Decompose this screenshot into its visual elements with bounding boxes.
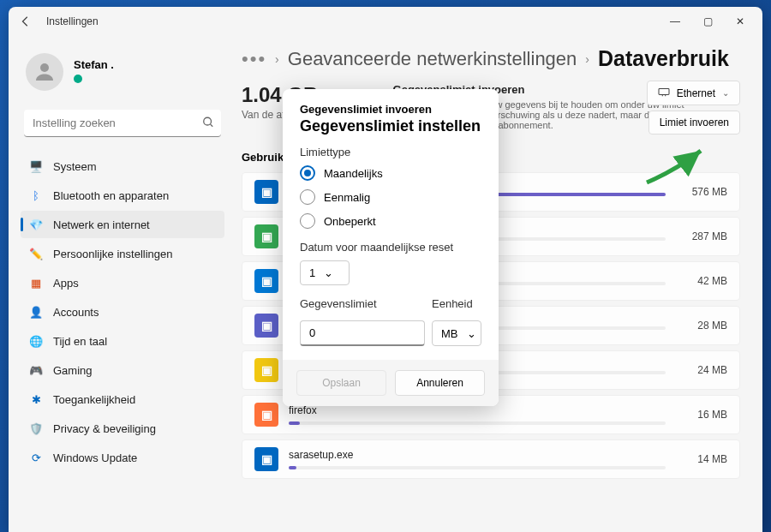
enter-limit-button[interactable]: Limiet invoeren	[648, 111, 740, 134]
close-button[interactable]: ✕	[732, 15, 749, 27]
chevron-down-icon: ⌄	[722, 88, 729, 98]
breadcrumb: ••• › Geavanceerde netwerkinstellingen ›…	[242, 46, 740, 71]
account-block[interactable]: Stefan .	[21, 45, 224, 105]
limit-type-option[interactable]: Maandelijks	[300, 165, 481, 181]
svg-point-0	[40, 63, 49, 72]
chevron-right-icon: ›	[275, 52, 279, 66]
nav-label: Apps	[53, 277, 79, 290]
breadcrumb-prev[interactable]: Geavanceerde netwerkinstellingen	[288, 48, 577, 70]
save-button[interactable]: Opslaan	[296, 370, 386, 396]
sidebar-item[interactable]: 🎮Gaming	[21, 356, 224, 384]
unit-select[interactable]: MB ⌄	[432, 320, 481, 346]
app-size: 287 MB	[676, 230, 727, 242]
radio-label: Eenmalig	[324, 191, 370, 204]
nav-label: Bluetooth en apparaten	[53, 189, 169, 202]
app-icon: ▣	[254, 269, 278, 293]
reset-date-value: 1	[309, 266, 315, 279]
titlebar: Instellingen — ▢ ✕	[9, 7, 762, 36]
app-size: 24 MB	[676, 364, 727, 376]
app-icon: ▣	[254, 314, 278, 338]
search-icon	[202, 117, 214, 131]
app-icon: ▣	[254, 224, 278, 248]
limit-type-option[interactable]: Eenmalig	[300, 189, 481, 205]
nav-icon: 🛡️	[29, 421, 43, 435]
nav-icon: ✱	[29, 392, 43, 406]
sidebar: Stefan . 🖥️SysteemᛒBluetooth en apparate…	[9, 36, 231, 532]
app-row[interactable]: ▣ sarasetup.exe 14 MB	[242, 439, 740, 479]
window-title: Instellingen	[46, 15, 99, 27]
chevron-down-icon: ⌄	[467, 327, 476, 340]
limit-type-option[interactable]: Onbeperkt	[300, 213, 481, 229]
svg-point-1	[204, 117, 212, 125]
nav-icon: ▦	[29, 276, 43, 290]
data-limit-field-label: Gegevenslimiet	[300, 297, 425, 310]
limit-type-radios: MaandelijksEenmaligOnbeperkt	[300, 165, 481, 229]
search-box[interactable]	[24, 110, 221, 137]
nav-icon: 👤	[29, 305, 43, 319]
nav-icon: ᛒ	[29, 188, 43, 202]
data-limit-dialog: Gegevenslimiet invoeren Gegevenslimiet i…	[283, 89, 499, 406]
nav-icon: ⟳	[29, 451, 43, 464]
sidebar-item[interactable]: ✱Toegankelijkheid	[21, 386, 224, 413]
app-icon: ▣	[254, 447, 278, 471]
radio-icon	[300, 165, 315, 181]
nav-label: Netwerk en internet	[53, 218, 150, 231]
app-size: 576 MB	[676, 186, 727, 198]
data-limit-input[interactable]	[300, 320, 425, 346]
svg-rect-2	[659, 89, 669, 95]
dialog-subtitle: Gegevenslimiet invoeren	[300, 103, 481, 116]
app-icon: ▣	[254, 403, 278, 427]
nav-list: 🖥️SysteemᛒBluetooth en apparaten💎Netwerk…	[21, 152, 224, 471]
adapter-label: Ethernet	[677, 87, 715, 99]
sidebar-item[interactable]: ⟳Windows Update	[21, 444, 224, 471]
nav-label: Windows Update	[53, 451, 137, 464]
sidebar-item[interactable]: ᛒBluetooth en apparaten	[21, 182, 224, 209]
maximize-button[interactable]: ▢	[699, 15, 716, 27]
account-name: Stefan .	[74, 58, 114, 71]
nav-icon: 🌐	[29, 334, 43, 348]
back-button[interactable]	[15, 15, 36, 27]
chevron-down-icon: ⌄	[324, 266, 333, 279]
app-icon: ▣	[254, 180, 278, 204]
avatar-icon	[26, 53, 63, 91]
breadcrumb-more-icon[interactable]: •••	[242, 48, 266, 70]
nav-label: Privacy & beveiliging	[53, 422, 156, 435]
presence-dot-icon	[74, 75, 82, 83]
minimize-button[interactable]: —	[666, 15, 684, 27]
nav-label: Gaming	[53, 364, 93, 377]
nav-label: Systeem	[53, 160, 97, 173]
sidebar-item[interactable]: 🛡️Privacy & beveiliging	[21, 415, 224, 442]
app-icon: ▣	[254, 358, 278, 382]
sidebar-item[interactable]: 👤Accounts	[21, 298, 224, 326]
cancel-label: Annuleren	[416, 377, 463, 389]
sidebar-item[interactable]: ✏️Persoonlijke instellingen	[21, 240, 224, 267]
search-input[interactable]	[24, 110, 221, 137]
nav-label: Accounts	[53, 306, 99, 319]
nav-icon: ✏️	[29, 247, 43, 260]
sidebar-item[interactable]: 💎Netwerk en internet	[21, 211, 224, 238]
radio-label: Onbeperkt	[324, 215, 376, 228]
ethernet-icon	[658, 87, 670, 99]
radio-label: Maandelijks	[324, 167, 383, 180]
radio-icon	[300, 213, 315, 229]
unit-value: MB	[441, 327, 458, 340]
nav-icon: 💎	[29, 218, 43, 231]
radio-icon	[300, 189, 315, 205]
limit-type-label: Limiettype	[300, 146, 481, 158]
sidebar-item[interactable]: 🖥️Systeem	[21, 152, 224, 180]
cancel-button[interactable]: Annuleren	[395, 370, 485, 396]
adapter-dropdown[interactable]: Ethernet ⌄	[647, 81, 740, 105]
nav-icon: 🎮	[29, 363, 43, 377]
app-name: firefox	[289, 404, 666, 416]
reset-date-select[interactable]: 1 ⌄	[300, 260, 350, 285]
unit-label: Eenheid	[432, 297, 481, 310]
sidebar-item[interactable]: 🌐Tijd en taal	[21, 327, 224, 355]
dialog-title: Gegevenslimiet instellen	[300, 117, 481, 135]
save-label: Opslaan	[322, 377, 361, 389]
app-size: 42 MB	[676, 275, 727, 287]
sidebar-item[interactable]: ▦Apps	[21, 269, 224, 296]
enter-limit-label: Limiet invoeren	[660, 117, 729, 129]
chevron-right-icon: ›	[585, 52, 589, 66]
app-size: 28 MB	[676, 320, 727, 332]
nav-label: Tijd en taal	[53, 335, 107, 348]
